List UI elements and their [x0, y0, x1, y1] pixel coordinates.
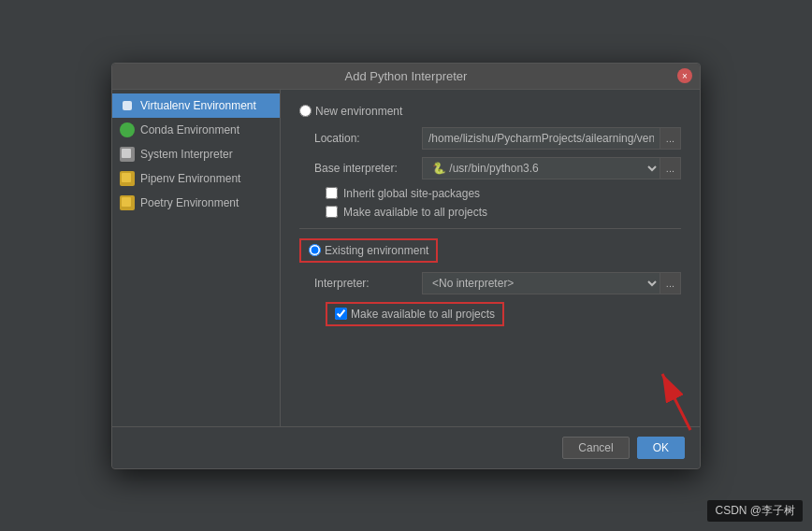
- svg-rect-3: [122, 197, 131, 207]
- location-label: Location:: [314, 132, 422, 145]
- overlay: Add Python Interpreter × Virtualenv Envi…: [0, 0, 812, 531]
- new-env-make-available-label: Make available to all projects: [343, 206, 487, 219]
- system-icon: [120, 147, 135, 162]
- dialog-titlebar: Add Python Interpreter ×: [112, 64, 700, 90]
- new-env-label: New environment: [315, 105, 402, 118]
- location-browse-button[interactable]: ...: [660, 127, 681, 150]
- sidebar: Virtualenv Environment Conda Environment…: [112, 90, 281, 426]
- close-button[interactable]: ×: [677, 68, 692, 83]
- section-divider: [299, 228, 681, 229]
- interpreter-select-container: <No interpreter> ...: [422, 272, 681, 294]
- existing-env-highlight-box: Existing environment: [299, 238, 438, 263]
- inherit-packages-label: Inherit global site-packages: [343, 187, 480, 200]
- sidebar-item-poetry[interactable]: Poetry Environment: [112, 191, 280, 215]
- sidebar-item-poetry-label: Poetry Environment: [140, 196, 239, 209]
- dialog-footer: Cancel OK: [112, 426, 700, 468]
- dialog-title: Add Python Interpreter: [345, 69, 468, 83]
- svg-rect-2: [122, 173, 131, 182]
- virtualenv-icon: [120, 98, 135, 113]
- svg-rect-1: [122, 149, 131, 158]
- existing-env-make-available-checkbox[interactable]: [335, 308, 347, 320]
- sidebar-item-virtualenv-label: Virtualenv Environment: [140, 99, 256, 112]
- interpreter-label: Interpreter:: [314, 277, 422, 290]
- cancel-button[interactable]: Cancel: [562, 437, 629, 459]
- sidebar-item-virtualenv[interactable]: Virtualenv Environment: [112, 93, 280, 118]
- base-interpreter-select[interactable]: 🐍 /usr/bin/python3.6: [422, 157, 660, 179]
- location-input-container: ...: [422, 127, 681, 150]
- sidebar-item-conda[interactable]: Conda Environment: [112, 118, 280, 142]
- watermark: CSDN @李子树: [707, 500, 803, 522]
- existing-env-radio[interactable]: [309, 244, 321, 256]
- base-interpreter-select-container: 🐍 /usr/bin/python3.6 ...: [422, 157, 681, 179]
- interpreter-select[interactable]: <No interpreter>: [422, 272, 660, 294]
- inherit-packages-checkbox[interactable]: [326, 187, 338, 199]
- add-python-interpreter-dialog: Add Python Interpreter × Virtualenv Envi…: [111, 63, 701, 469]
- new-env-section: New environment: [299, 105, 681, 118]
- dialog-body: Virtualenv Environment Conda Environment…: [112, 90, 700, 426]
- new-env-radio[interactable]: [299, 105, 312, 117]
- new-env-make-available-row: Make available to all projects: [326, 206, 681, 219]
- existing-env-make-available-label: Make available to all projects: [351, 308, 495, 321]
- inherit-packages-row: Inherit global site-packages: [326, 187, 681, 200]
- sidebar-item-system[interactable]: System Interpreter: [112, 142, 280, 166]
- ok-button[interactable]: OK: [637, 437, 685, 459]
- base-interpreter-label: Base interpreter:: [314, 162, 422, 175]
- sidebar-item-pipenv[interactable]: Pipenv Environment: [112, 166, 280, 191]
- sidebar-item-pipenv-label: Pipenv Environment: [140, 172, 240, 185]
- interpreter-row: Interpreter: <No interpreter> ...: [314, 272, 681, 294]
- svg-rect-0: [123, 101, 132, 110]
- interpreter-browse-button[interactable]: ...: [660, 272, 681, 294]
- location-input[interactable]: [422, 127, 660, 150]
- main-content: New environment Location: ... Base inter…: [281, 90, 700, 426]
- sidebar-item-system-label: System Interpreter: [140, 148, 233, 161]
- base-interpreter-row: Base interpreter: 🐍 /usr/bin/python3.6 .…: [314, 157, 681, 179]
- location-row: Location: ...: [314, 127, 681, 150]
- base-interpreter-browse-button[interactable]: ...: [660, 157, 681, 179]
- new-env-make-available-checkbox[interactable]: [326, 206, 338, 218]
- pipenv-icon: [120, 171, 135, 186]
- poetry-icon: [120, 195, 135, 210]
- sidebar-item-conda-label: Conda Environment: [140, 123, 239, 136]
- conda-icon: [120, 122, 135, 137]
- existing-env-make-available-highlight-box: Make available to all projects: [326, 302, 504, 326]
- existing-env-label: Existing environment: [325, 244, 428, 257]
